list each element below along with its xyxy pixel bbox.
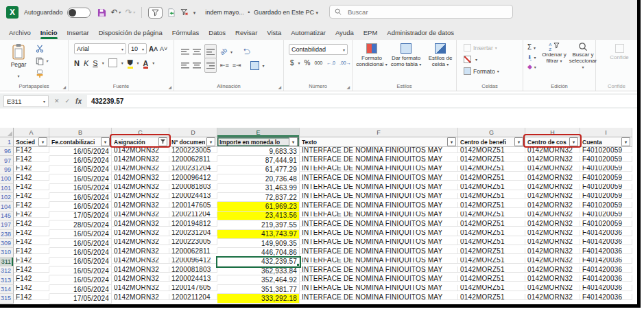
cell-D145[interactable]: 1200211204 — [169, 212, 217, 218]
cell-I102[interactable]: F401020059 — [580, 193, 632, 199]
align-bottom-icon[interactable] — [204, 44, 217, 59]
cell-G313[interactable]: 0142MORZ51 — [458, 275, 525, 282]
cell-G197[interactable]: 0142MORZ51 — [458, 220, 525, 227]
cell-C313[interactable]: 0142MORN32 — [112, 275, 169, 282]
select-all-corner[interactable] — [0, 128, 14, 137]
cell-G312[interactable]: 0142MORZ51 — [458, 266, 525, 273]
increase-decimal-icon[interactable]: ←.0 — [326, 60, 335, 65]
autosave-toggle[interactable] — [67, 8, 91, 18]
currency-format-button[interactable]: $ — [290, 59, 294, 67]
cell-I100[interactable]: F401020059 — [580, 174, 632, 181]
name-box[interactable]: E311 ▾ — [3, 95, 49, 107]
cell-D315[interactable]: 1200211204 — [169, 294, 217, 300]
cell-A104[interactable]: F142 — [14, 202, 49, 208]
cell-B101[interactable]: 16/05/2024 — [49, 184, 112, 193]
wrap-text-icon[interactable]: ⮌ — [243, 47, 250, 56]
cell-G315[interactable]: 0142MORZ51 — [458, 294, 525, 300]
cell-D311[interactable]: 1200096412 — [169, 258, 217, 264]
autosum-button[interactable]: Σ ▾ — [527, 43, 536, 51]
filter-dropdown-icon[interactable]: ▾ — [514, 137, 523, 146]
tab-fórmulas[interactable]: Fórmulas — [167, 26, 204, 40]
cell-E104[interactable]: 61,969.23 — [217, 202, 300, 211]
column-header-F[interactable]: F — [300, 128, 458, 137]
cell-H311[interactable]: 0142MORN32 — [525, 258, 580, 264]
comma-format-button[interactable]: 000 — [314, 60, 322, 65]
filter-dropdown-icon[interactable]: ▾ — [569, 137, 578, 146]
row-header-310[interactable]: 310 — [0, 248, 14, 257]
align-center-icon[interactable] — [193, 63, 201, 69]
cell-H310[interactable]: 0142MORN32 — [525, 248, 580, 254]
cell-B96[interactable]: 16/05/2024 — [49, 147, 112, 156]
cell-I99[interactable]: F401020059 — [580, 166, 632, 172]
cell-F309[interactable]: INTERFACE DE NÓMINA FINIQUITOS MAY — [300, 239, 458, 245]
cell-H104[interactable]: 0142MORN32 — [525, 202, 580, 208]
cell-A310[interactable]: F142 — [14, 248, 49, 254]
cell-F101[interactable]: INTERFACE DE NÓMINA FINIQUITOS MAY — [300, 184, 458, 190]
cell-I314[interactable]: F401420036 — [580, 285, 632, 291]
header-cell-F1[interactable]: Texto▾ — [300, 137, 458, 147]
cell-F314[interactable]: INTERFACE DE NÓMINA FINIQUITOS MAY — [300, 285, 458, 291]
cell-A313[interactable]: F142 — [14, 275, 49, 282]
cell-E238[interactable]: 413,743.97 — [217, 230, 300, 239]
column-header-E[interactable]: E — [217, 128, 300, 137]
row-header-197[interactable]: 197 — [0, 220, 14, 229]
cell-B312[interactable]: 16/05/2024 — [49, 266, 112, 275]
cell-H314[interactable]: 0142MORN32 — [525, 285, 580, 291]
cell-F99[interactable]: INTERFACE DE NÓMINA FINIQUITOS MAY — [300, 166, 458, 172]
cell-B310[interactable]: 16/05/2024 — [49, 248, 112, 257]
header-cell-I1[interactable]: Cuenta▾ — [580, 137, 632, 147]
tab-datos[interactable]: Datos — [204, 26, 230, 40]
cell-styles-button[interactable]: Estilos de celda ▾ — [424, 43, 457, 68]
row-header-104[interactable]: 104 — [0, 202, 14, 211]
cell-B145[interactable]: 17/05/2024 — [49, 212, 112, 220]
orientation-icon[interactable]: ab — [219, 47, 228, 56]
cell-B311[interactable]: 16/05/2024 — [49, 258, 112, 266]
percent-format-button[interactable]: % — [305, 59, 311, 67]
cell-D102[interactable]: 1200024413 — [169, 193, 217, 199]
cell-E102[interactable]: 72,837.22 — [217, 193, 300, 202]
row-header-145[interactable]: 145 — [0, 212, 14, 220]
cell-C312[interactable]: 0142MORN32 — [112, 266, 169, 273]
cell-H97[interactable]: 0142MORN32 — [525, 156, 580, 162]
cell-C100[interactable]: 0142MORN32 — [112, 174, 169, 181]
fill-color-button[interactable]: ⛊ — [128, 58, 133, 67]
refresh-data-icon[interactable] — [167, 8, 176, 17]
header-cell-D1[interactable]: Nº documen▾ — [169, 137, 217, 147]
find-select-button[interactable]: Buscar y seleccionar ▾ — [569, 42, 597, 71]
enter-icon[interactable]: ✓ — [65, 98, 71, 104]
cell-A100[interactable]: F142 — [14, 174, 49, 181]
cancel-icon[interactable]: ✕ — [54, 98, 60, 104]
copy-button[interactable]: ▾ — [36, 56, 48, 65]
cell-C197[interactable]: 0142MORN32 — [112, 220, 169, 227]
cell-E145[interactable]: 23,413.56 — [217, 212, 300, 220]
decrease-font-icon[interactable]: A˅ — [160, 45, 167, 52]
tab-insertar[interactable]: Insertar — [62, 26, 94, 40]
formula-input[interactable]: 432239.57 — [87, 95, 637, 107]
insert-cells-button[interactable]: Insertar▾ — [464, 43, 499, 53]
cell-C104[interactable]: 0142MORN32 — [112, 202, 169, 208]
cell-A314[interactable]: F142 — [14, 285, 49, 291]
cell-B104[interactable]: 16/05/2024 — [49, 202, 112, 211]
cell-E313[interactable]: 352,464.92 — [217, 275, 300, 284]
clear-button[interactable]: ◆ ▾ — [527, 63, 536, 70]
cell-A309[interactable]: F142 — [14, 239, 49, 245]
cell-I197[interactable]: F401020059 — [580, 220, 632, 227]
cell-E311[interactable]: 432,239.57 — [217, 258, 300, 266]
cell-B315[interactable]: 17/05/2024 — [49, 294, 112, 303]
header-cell-G1[interactable]: Centro de benefi▾ — [458, 137, 525, 147]
increase-indent-icon[interactable]: ≡⇥ — [232, 62, 241, 69]
row-header-312[interactable]: 312 — [0, 266, 14, 275]
undo-icon[interactable]: ↶▾ — [111, 8, 121, 16]
cell-G238[interactable]: 0142MORZ51 — [458, 230, 525, 236]
cell-G104[interactable]: 0142MORZ51 — [458, 202, 525, 208]
cell-A312[interactable]: F142 — [14, 266, 49, 273]
cell-I145[interactable]: F401020059 — [580, 212, 632, 218]
merge-center-icon[interactable] — [250, 61, 259, 70]
cell-G314[interactable]: 0142MORZ51 — [458, 285, 525, 291]
cell-D99[interactable]: 1200231204 — [169, 166, 217, 172]
cell-F311[interactable]: INTERFACE DE NÓMINA FINIQUITOS MAY — [300, 258, 458, 264]
format-cells-button[interactable]: Formato▾ — [464, 66, 499, 76]
cell-I313[interactable]: F401420036 — [580, 275, 632, 282]
cell-E310[interactable]: 446,704.86 — [217, 248, 300, 257]
cell-A97[interactable]: F142 — [14, 156, 49, 162]
